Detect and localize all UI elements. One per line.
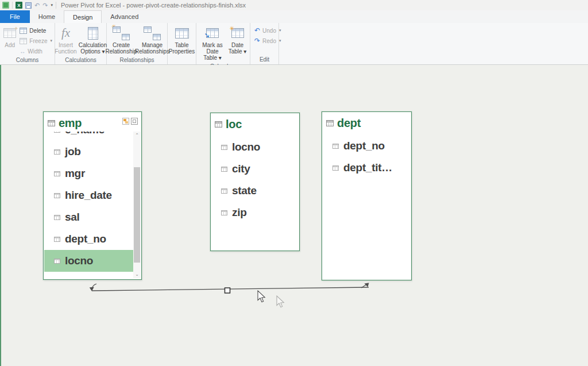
create-hierarchy-icon[interactable]	[122, 118, 129, 125]
column-icon	[332, 165, 339, 171]
field-name: locno	[232, 141, 260, 153]
add-column-button[interactable]: ✦ Add	[1, 24, 18, 56]
field-row-dept-no[interactable]: dept_no	[323, 135, 411, 157]
table-name-dept[interactable]: dept	[337, 117, 361, 130]
redo-button[interactable]: ↷ Redo ▾	[253, 36, 282, 45]
delete-column-button[interactable]: Delete	[18, 26, 53, 35]
table-card-emp[interactable]: emp e_name job mgr	[43, 111, 142, 280]
tab-design[interactable]: Design	[64, 10, 102, 23]
manage-relationships-label-1: Manage	[142, 42, 163, 48]
manage-relationships-icon	[144, 25, 161, 41]
field-row-state[interactable]: state	[211, 180, 299, 202]
add-column-icon: ✦	[3, 25, 16, 41]
insert-function-label-2: Function	[55, 48, 76, 55]
create-relationship-button[interactable]: ✳ Create Relationship	[107, 24, 136, 56]
field-row-e-name[interactable]: e_name	[44, 132, 133, 141]
group-label-table-properties	[168, 56, 196, 64]
group-label-columns: Columns	[0, 56, 55, 64]
field-row-city[interactable]: city	[211, 158, 299, 180]
calculation-options-label-2: Options ▾	[80, 48, 105, 55]
table-icon	[48, 120, 55, 126]
manage-relationships-label-2: Relationships	[135, 48, 169, 55]
manage-relationships-button[interactable]: Manage Relationships	[137, 24, 168, 56]
field-row-mgr[interactable]: mgr	[44, 163, 133, 184]
freeze-dropdown-caret: ▾	[50, 38, 52, 43]
delete-label: Delete	[29, 28, 46, 34]
power-pivot-window: X ↶ ↷ ▾ Power Pivot for Excel - power-pi…	[0, 0, 588, 366]
table-card-dept[interactable]: dept dept_no dept_tit…	[322, 111, 412, 280]
date-table-icon: ✳	[231, 25, 244, 41]
diagram-left-accent	[0, 65, 1, 366]
emp-scrollbar[interactable]: ⌃ ⌄	[133, 132, 141, 278]
undo-label: Undo	[262, 28, 276, 34]
calculation-options-button[interactable]: Calculation Options ▾	[79, 24, 107, 56]
column-width-button[interactable]: ↔ Width	[18, 47, 53, 56]
maximize-table-icon[interactable]	[131, 118, 138, 125]
mouse-cursor-ghost	[276, 295, 285, 309]
table-name-loc[interactable]: loc	[226, 118, 242, 131]
table-properties-label-2: Properties	[169, 48, 195, 55]
freeze-column-button[interactable]: Freeze ▾	[18, 36, 53, 45]
delete-column-icon	[20, 28, 27, 34]
scrollbar-thumb[interactable]	[134, 167, 140, 263]
tab-advanced[interactable]: Advanced	[102, 10, 147, 23]
tab-home[interactable]: Home	[30, 10, 64, 23]
group-label-calculations: Calculations	[55, 56, 106, 64]
window-title: Power Pivot for Excel - power-pivot-crea…	[61, 2, 246, 9]
field-row-dept-no[interactable]: dept_no	[44, 228, 133, 250]
scroll-up-icon[interactable]: ⌃	[133, 132, 141, 139]
column-icon	[54, 215, 60, 220]
column-icon	[54, 132, 60, 133]
field-name: dept_no	[65, 233, 106, 245]
column-width-icon: ↔	[20, 48, 25, 55]
field-name: mgr	[65, 167, 85, 180]
table-properties-button[interactable]: Table Properties	[169, 24, 195, 56]
mark-as-date-table-button[interactable]: ➘ Mark as Date Table ▾	[199, 24, 226, 62]
date-table-button[interactable]: ✳ Date Table ▾	[228, 24, 247, 62]
field-name: hire_date	[65, 189, 112, 202]
create-relationship-label-2: Relationship	[105, 48, 137, 55]
field-row-dept-title[interactable]: dept_tit…	[323, 157, 411, 179]
field-row-zip[interactable]: zip	[211, 202, 299, 224]
field-row-sal[interactable]: sal	[44, 206, 133, 228]
create-relationship-label-1: Create	[113, 42, 130, 48]
tab-file[interactable]: File	[0, 10, 30, 23]
create-relationship-icon: ✳	[113, 25, 130, 41]
undo-icon: ↶	[254, 27, 260, 34]
mark-as-date-table-label-1: Mark as	[202, 42, 223, 48]
ribbon-tab-bar: File Home Design Advanced	[0, 10, 588, 23]
field-row-locno-selected[interactable]: locno	[44, 250, 133, 272]
field-name: zip	[232, 206, 247, 219]
mark-as-date-table-label-2: Date Table ▾	[200, 48, 226, 61]
date-table-label-2: Table ▾	[229, 48, 247, 55]
relationship-handle	[225, 288, 230, 293]
quick-undo-icon[interactable]: ↶	[34, 2, 40, 9]
table-properties-icon	[175, 25, 189, 41]
mark-as-date-table-icon: ➘	[206, 25, 219, 41]
field-row-job[interactable]: job	[44, 141, 133, 163]
insert-function-button[interactable]: fx Insert Function	[55, 24, 77, 56]
table-name-emp[interactable]: emp	[59, 117, 82, 130]
excel-icon[interactable]: X	[16, 2, 22, 9]
add-column-label: Add	[5, 42, 15, 48]
group-table-properties: Table Properties	[168, 23, 196, 64]
field-name: dept_tit…	[343, 161, 392, 174]
quick-redo-icon[interactable]: ↷	[42, 2, 48, 9]
power-pivot-app-icon	[2, 2, 9, 9]
group-edit: ↶ Undo ▾ ↷ Redo ▾ Edit	[250, 23, 279, 64]
field-row-hire-date[interactable]: hire_date	[44, 184, 133, 206]
group-calendars: ➘ Mark as Date Table ▾ ✳ Date Table ▾ Ca…	[196, 23, 250, 64]
save-icon[interactable]	[25, 2, 32, 9]
field-name: city	[232, 163, 250, 175]
date-table-label-1: Date	[231, 42, 243, 48]
divider	[12, 2, 13, 9]
field-row-locno[interactable]: locno	[211, 136, 299, 158]
undo-button[interactable]: ↶ Undo ▾	[253, 26, 282, 35]
scroll-down-icon[interactable]: ⌄	[133, 271, 141, 278]
field-name: state	[232, 184, 257, 197]
customize-toolbar-icon[interactable]: ▾	[51, 3, 53, 7]
relationship-line[interactable]	[85, 282, 379, 310]
table-card-loc[interactable]: loc locno city state zip	[210, 113, 300, 251]
column-icon	[221, 188, 227, 194]
column-icon	[221, 210, 227, 215]
